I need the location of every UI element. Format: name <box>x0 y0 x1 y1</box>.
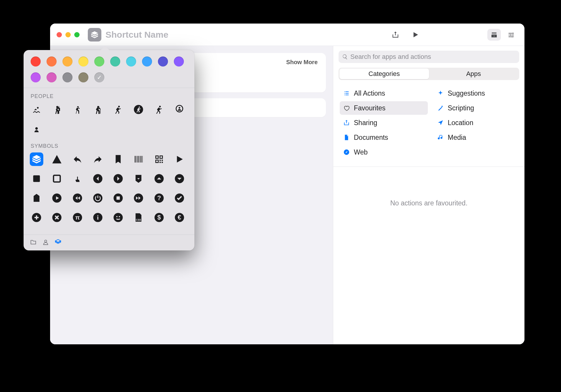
svg-text:?: ? <box>157 195 161 202</box>
color-swatch-13[interactable] <box>78 72 88 82</box>
shortcut-details-tab[interactable] <box>504 29 518 41</box>
download-icon <box>133 174 143 184</box>
color-swatch-5[interactable] <box>110 57 120 67</box>
segment-categories[interactable]: Categories <box>339 69 429 79</box>
svg-rect-5 <box>54 175 60 182</box>
minimize-window-button[interactable] <box>65 32 71 37</box>
color-swatch-10[interactable] <box>31 72 41 82</box>
glyph-info[interactable]: i <box>92 212 104 223</box>
category-location[interactable]: Location <box>434 116 522 129</box>
glyph-tap[interactable] <box>72 173 83 185</box>
category-web[interactable]: Web <box>340 145 428 159</box>
people-icon-grid <box>31 104 187 135</box>
glyph-undo[interactable] <box>72 153 83 165</box>
glyph-bookmark[interactable] <box>112 153 124 165</box>
glyph-euro[interactable]: € <box>174 212 185 223</box>
color-swatch-11[interactable] <box>47 72 57 82</box>
folder-icon <box>30 239 37 245</box>
glyph-play[interactable] <box>174 153 185 165</box>
glyph-chev-down[interactable] <box>174 173 185 185</box>
svg-point-3 <box>35 127 38 130</box>
glyph-hike[interactable] <box>51 104 63 115</box>
section-label-symbols: SYMBOLS <box>31 143 187 149</box>
glyph-stop[interactable] <box>112 192 124 204</box>
segment-apps[interactable]: Apps <box>429 69 519 79</box>
glyph-upload[interactable] <box>31 192 42 204</box>
category-all-actions[interactable]: All Actions <box>340 87 428 100</box>
glyph-question[interactable]: ? <box>153 192 165 204</box>
footer-tab-folder[interactable] <box>30 239 37 247</box>
glyph-run-fast[interactable] <box>153 104 165 115</box>
glyph-redo[interactable] <box>92 153 104 165</box>
glyph-dollar[interactable]: $ <box>153 212 165 223</box>
glyph-plus[interactable] <box>31 212 42 223</box>
glyph-chev-up[interactable] <box>153 173 165 185</box>
glyph-layers[interactable] <box>30 152 43 166</box>
glyph-swim[interactable] <box>31 104 42 115</box>
color-swatch-6[interactable] <box>126 57 136 67</box>
shortcut-name-field[interactable]: Shortcut Name <box>105 30 388 40</box>
svg-text:CSS: CSS <box>136 218 141 221</box>
glyph-walk-cane[interactable] <box>92 104 104 115</box>
glyph-check[interactable] <box>174 192 185 204</box>
color-swatch-3[interactable] <box>78 57 88 67</box>
category-media[interactable]: Media <box>434 131 522 144</box>
footer-tab-person[interactable] <box>42 239 49 247</box>
glyph-run[interactable] <box>112 104 124 115</box>
glyph-warning[interactable] <box>51 153 63 165</box>
action-library-tab[interactable] <box>487 29 501 41</box>
color-swatch-2[interactable] <box>62 57 72 67</box>
svg-point-1 <box>176 105 183 112</box>
glyph-square[interactable] <box>51 173 63 185</box>
color-swatch-8[interactable] <box>158 57 168 67</box>
shortcut-glyph-button[interactable] <box>88 28 101 41</box>
color-swatch-14[interactable]: ✓ <box>94 72 104 82</box>
glyph-picker-popover: ✓ PEOPLE SYMBOLS ?πiCSS$€ <box>24 50 194 250</box>
glyph-chev-left[interactable] <box>92 173 104 185</box>
category-scripting[interactable]: Scripting <box>434 101 522 115</box>
category-favourites[interactable]: Favourites <box>340 101 428 115</box>
color-swatch-4[interactable] <box>94 57 104 67</box>
glyph-person-pin[interactable] <box>174 104 185 115</box>
glyph-download[interactable] <box>133 173 144 185</box>
color-swatch-1[interactable] <box>47 57 57 67</box>
category-suggestions[interactable]: Suggestions <box>434 87 522 100</box>
window-controls <box>57 32 80 37</box>
run-icon <box>113 104 123 114</box>
color-swatch-0[interactable] <box>31 57 41 67</box>
glyph-x[interactable] <box>51 212 63 223</box>
svg-point-25 <box>113 213 123 222</box>
zoom-window-button[interactable] <box>74 32 80 37</box>
share-button[interactable] <box>388 29 402 41</box>
glyph-walk[interactable] <box>72 104 83 115</box>
library-empty-state: No actions are favourited. <box>333 167 524 344</box>
category-sharing[interactable]: Sharing <box>340 116 428 129</box>
glyph-forward[interactable] <box>133 192 144 204</box>
glyph-qrcode[interactable] <box>153 153 165 165</box>
library-segmented-control[interactable]: Categories Apps <box>339 68 519 80</box>
glyph-chev-right[interactable] <box>112 173 124 185</box>
close-window-button[interactable] <box>57 32 62 37</box>
library-search-field[interactable]: Search for apps and actions <box>339 51 519 63</box>
color-swatch-7[interactable] <box>142 57 152 67</box>
share-icon <box>392 31 399 39</box>
pi-icon: π <box>72 212 82 222</box>
search-icon <box>342 54 348 60</box>
show-more-button[interactable]: Show More <box>286 59 318 66</box>
glyph-run-circle[interactable] <box>133 104 144 115</box>
glyph-person-glow[interactable] <box>31 123 42 135</box>
footer-tab-glyphs[interactable] <box>55 239 61 247</box>
chev-right-icon <box>113 174 123 184</box>
glyph-rewind[interactable] <box>72 192 83 204</box>
glyph-pi[interactable]: π <box>72 212 83 223</box>
run-button[interactable] <box>408 29 423 41</box>
glyph-play-circle[interactable] <box>51 192 63 204</box>
glyph-barcode[interactable] <box>133 153 144 165</box>
category-documents[interactable]: Documents <box>340 131 428 144</box>
color-swatch-12[interactable] <box>62 72 72 82</box>
glyph-square-fill[interactable] <box>31 173 42 185</box>
color-swatch-9[interactable] <box>174 57 184 67</box>
glyph-css[interactable]: CSS <box>133 212 144 223</box>
glyph-power[interactable] <box>92 192 104 204</box>
glyph-smile[interactable] <box>112 212 124 223</box>
